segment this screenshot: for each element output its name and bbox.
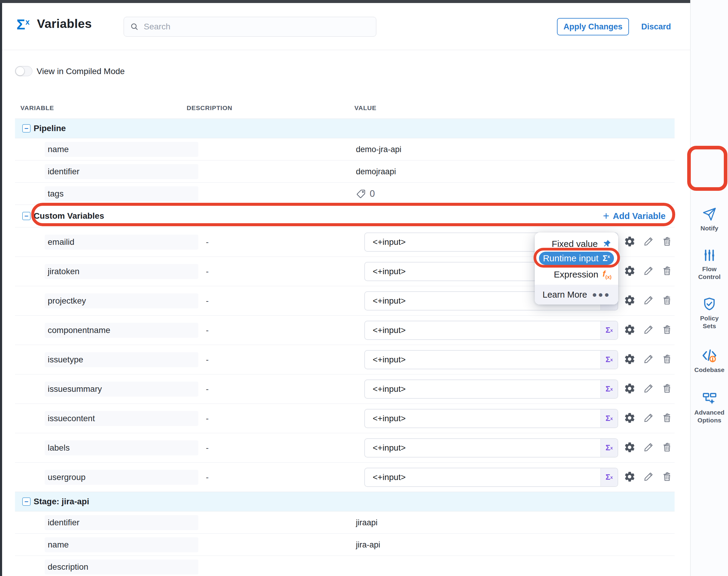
learn-more-item[interactable]: Learn More ●●●	[535, 285, 618, 305]
edit-variable-button[interactable]	[643, 324, 654, 337]
delete-variable-button[interactable]	[662, 471, 673, 484]
runtime-input-value: <+input>	[365, 384, 406, 394]
runtime-input-field[interactable]: <+input>Σx	[364, 350, 618, 369]
trash-icon	[662, 412, 673, 425]
runtime-input-value: <+input>	[365, 472, 406, 482]
configure-variable-button[interactable]	[623, 324, 636, 337]
edit-variable-button[interactable]	[643, 412, 654, 425]
table-row-usergroup: usergroup-<+input>Σx	[15, 462, 675, 492]
page-title: Variables	[37, 17, 92, 31]
rail-item-codebase[interactable]: Codebase	[691, 347, 728, 374]
menu-item-fixed-value[interactable]: Fixed value	[552, 237, 612, 251]
runtime-input-field[interactable]: <+input>Σx	[364, 438, 618, 458]
rail-item-label: Advanced Options	[693, 409, 726, 425]
pencil-icon	[643, 383, 654, 395]
configure-variable-button[interactable]	[623, 441, 636, 455]
trash-icon	[662, 353, 673, 366]
variable-name: componentname	[45, 323, 198, 338]
configure-variable-button[interactable]	[623, 265, 636, 278]
table-row-tags: tags0	[15, 182, 675, 205]
delete-variable-button[interactable]	[662, 412, 673, 425]
gear-icon	[623, 324, 636, 337]
delete-variable-button[interactable]	[662, 265, 673, 278]
sigma-icon[interactable]: Σx	[600, 409, 618, 428]
runtime-input-value: <+input>	[365, 296, 406, 306]
variable-name: issuetype	[45, 352, 198, 367]
collapse-minus-icon[interactable]: −	[22, 497, 31, 506]
add-variable-button[interactable]: +Add Variable	[603, 211, 666, 221]
runtime-input-field[interactable]: <+input>Σx	[364, 468, 618, 487]
toggle-knob	[16, 66, 25, 76]
edit-variable-button[interactable]	[643, 236, 654, 249]
apply-changes-button[interactable]: Apply Changes	[557, 18, 629, 35]
gear-icon	[623, 265, 636, 278]
menu-item-expression[interactable]: Expression f(x)	[554, 267, 612, 282]
delete-variable-button[interactable]	[662, 441, 673, 454]
variable-name: projectkey	[45, 293, 198, 308]
delete-variable-button[interactable]	[662, 295, 673, 307]
sigma-icon[interactable]: Σx	[600, 468, 618, 486]
edit-variable-button[interactable]	[643, 295, 654, 307]
variable-name: labels	[45, 440, 198, 455]
row-actions	[623, 441, 673, 455]
configure-variable-button[interactable]	[623, 235, 636, 249]
variable-description: -	[206, 296, 208, 306]
rail-item-notify[interactable]: Notify	[691, 206, 728, 232]
configure-variable-button[interactable]	[623, 382, 636, 396]
pencil-icon	[643, 441, 654, 454]
collapse-minus-icon[interactable]: −	[22, 212, 31, 220]
variable-value-text: demojraapi	[356, 167, 396, 176]
trash-icon	[662, 295, 673, 307]
configure-variable-button[interactable]	[623, 412, 636, 425]
section-label: Custom Variables	[34, 211, 104, 221]
edit-variable-button[interactable]	[643, 441, 654, 454]
discard-button[interactable]: Discard	[641, 22, 671, 31]
collapse-minus-icon[interactable]: −	[22, 124, 31, 133]
rail-item-advanced-options[interactable]: Advanced Options	[691, 391, 728, 425]
compiled-mode-toggle[interactable]	[15, 66, 32, 76]
variable-name: issuecontent	[45, 411, 198, 426]
compiled-mode-label: View in Compiled Mode	[37, 66, 125, 76]
trash-icon	[662, 324, 673, 337]
table-row-name: namejira-api	[15, 534, 675, 556]
menu-item-runtime-input[interactable]: Runtime input Σx	[539, 252, 614, 265]
delete-variable-button[interactable]	[662, 324, 673, 337]
variable-description: -	[206, 237, 208, 247]
edit-variable-button[interactable]	[643, 383, 654, 395]
variable-description: -	[206, 384, 208, 394]
gear-icon	[623, 471, 636, 484]
edit-variable-button[interactable]	[643, 265, 654, 278]
pencil-icon	[643, 295, 654, 307]
delete-variable-button[interactable]	[662, 236, 673, 249]
variable-name: emailid	[45, 235, 198, 250]
sigma-icon[interactable]: Σx	[600, 321, 618, 339]
section-header-pipeline: −Pipeline	[15, 118, 675, 138]
variable-description: -	[206, 267, 208, 276]
delete-variable-button[interactable]	[662, 353, 673, 366]
search-input[interactable]	[143, 22, 370, 32]
runtime-input-field[interactable]: <+input>Σx	[364, 409, 618, 428]
configure-variable-button[interactable]	[623, 471, 636, 484]
fx-icon: f(x)	[603, 269, 612, 280]
row-actions	[623, 294, 673, 308]
right-rail: Σx Variables Notify Flow Control Policy …	[690, 0, 728, 576]
rail-item-flow-control[interactable]: Flow Control	[691, 248, 728, 281]
sigma-icon[interactable]: Σx	[600, 439, 618, 457]
sigma-icon[interactable]: Σx	[600, 380, 618, 398]
search-box[interactable]	[123, 17, 376, 37]
column-header-value: VALUE	[355, 105, 376, 112]
sigma-icon[interactable]: Σx	[600, 351, 618, 369]
configure-variable-button[interactable]	[623, 294, 636, 308]
rail-item-label: Policy Sets	[693, 314, 726, 330]
runtime-input-field[interactable]: <+input>Σx	[364, 321, 618, 340]
rail-item-label: Codebase	[693, 366, 726, 374]
configure-variable-button[interactable]	[623, 353, 636, 366]
rail-item-policy-sets[interactable]: Policy Sets	[691, 296, 728, 330]
runtime-input-field[interactable]: <+input>Σx	[364, 379, 618, 399]
edit-variable-button[interactable]	[643, 471, 654, 484]
section-label: Stage: jira-api	[34, 497, 89, 507]
gear-icon	[623, 412, 636, 425]
edit-variable-button[interactable]	[643, 353, 654, 366]
delete-variable-button[interactable]	[662, 383, 673, 395]
rail-item-label: Flow Control	[693, 265, 726, 281]
